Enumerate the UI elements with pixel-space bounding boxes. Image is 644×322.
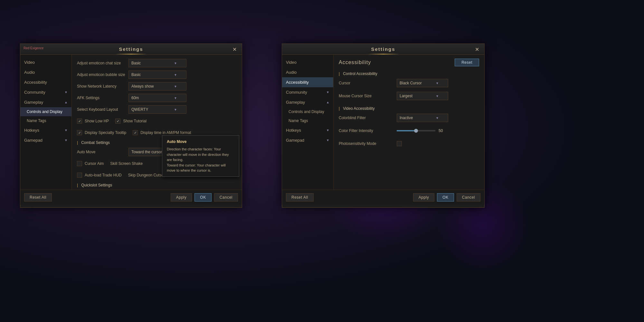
network-latency-select[interactable]: Always show ▼ (128, 82, 186, 90)
emoticon-chat-select[interactable]: Basic ▼ (128, 59, 186, 67)
mouse-cursor-size-select[interactable]: Largest ▼ (397, 92, 448, 100)
sidebar-item-accessibility[interactable]: Accessibility (20, 77, 71, 87)
dialog1-sidebar: Video Audio Accessibility Community ▼ Ga… (20, 55, 72, 190)
cursor-aim-checkbox[interactable] (77, 161, 82, 166)
setting-row-mouse-cursor-size: Mouse Cursor Size Largest ▼ (339, 91, 479, 100)
automove-label: Auto Move (77, 150, 128, 154)
network-latency-label: Show Network Latency (77, 84, 128, 89)
show-tutorial-label: Show Tutorial (123, 119, 147, 123)
show-lowhp-label: Show Low HP (85, 119, 109, 123)
dialog1-footer: Reset All Apply OK Cancel (20, 190, 242, 205)
select-arrow-icon: ▼ (174, 62, 177, 65)
dialog2-titlebar: Settings ✕ (282, 44, 484, 55)
cancel-button-2[interactable]: Cancel (457, 193, 480, 202)
setting-row-lowhp-tutorial: Show Low HP Show Tutorial (77, 117, 237, 126)
dialog1-inner: Video Audio Accessibility Community ▼ Ga… (20, 55, 242, 205)
community2-chevron-icon: ▼ (326, 90, 329, 94)
show-lowhp-checkbox[interactable] (77, 118, 82, 124)
sidebar2-item-gameplay[interactable]: Gameplay ▲ (282, 97, 333, 107)
slider-thumb[interactable] (414, 129, 418, 133)
select-arrow-icon: ▼ (436, 94, 439, 98)
keyboard-label: Select Keyboard Layout (77, 107, 128, 112)
dialog2-close-button[interactable]: ✕ (473, 45, 481, 53)
dialog1-footer-actions: Apply OK Cancel (171, 193, 238, 202)
cursor-aim-label: Cursor Aim (85, 161, 104, 166)
emoticon-bubble-label: Adjust emoticon bubble size (77, 72, 128, 77)
sidebar-item-controls[interactable]: Controls and Display (20, 107, 71, 116)
sidebar-item-gameplay[interactable]: Gameplay ▲ (20, 97, 71, 107)
color-filter-value: 50 (439, 128, 443, 133)
setting-row-afk: AFK Settings 60m ▼ (77, 93, 237, 102)
gameplay2-chevron-icon: ▲ (326, 100, 329, 104)
sidebar2-item-accessibility[interactable]: Accessibility (282, 77, 333, 87)
dialog2-sidebar: Video Audio Accessibility Community ▼ Ga… (282, 55, 334, 190)
ampm-label: Display time in AM/PM format (140, 130, 191, 135)
settings-dialog-2: Settings ✕ Video Audio Accessibility Com… (282, 43, 485, 208)
sidebar2-item-nametags[interactable]: Name Tags (282, 116, 333, 125)
gameplay-chevron-icon: ▲ (64, 100, 68, 104)
photosensitivity-label: Photosensitivity Mode (339, 141, 397, 146)
sidebar2-item-community[interactable]: Community ▼ (282, 87, 333, 97)
tooltip-text: Direction the character faces: Your char… (167, 147, 234, 173)
automove-tooltip: Auto Move Direction the character faces:… (162, 135, 239, 177)
apply-button-2[interactable]: Apply (413, 193, 435, 202)
reset-all-button-2[interactable]: Reset All (286, 193, 314, 202)
keyboard-select[interactable]: QWERTY ▼ (128, 105, 186, 114)
select-arrow-icon: ▼ (174, 73, 177, 77)
hotkeys2-chevron-icon: ▼ (326, 128, 329, 132)
dialog2-footer: Reset All Apply OK Cancel (282, 190, 484, 205)
setting-row-cursor: Cursor Black Cursor ▼ (339, 79, 479, 88)
colorblind-select[interactable]: Inactive ▼ (397, 114, 448, 122)
select-arrow-icon: ▼ (174, 96, 177, 100)
sidebar2-item-video[interactable]: Video (282, 57, 333, 67)
dialog1-titlebar: Red Exigence Settings ✕ (20, 44, 242, 55)
show-tutorial-checkbox[interactable] (115, 118, 120, 124)
sidebar-item-community[interactable]: Community ▼ (20, 87, 71, 97)
video-acc-section-header: Video Accessibility (339, 106, 479, 111)
sidebar-item-gamepad[interactable]: Gamepad ▼ (20, 135, 71, 145)
acc-header: Accessibility Reset (339, 59, 479, 66)
emoticon-chat-label: Adjust emoticon chat size (77, 61, 128, 65)
ok-button[interactable]: OK (194, 193, 211, 202)
ok-button-2[interactable]: OK (437, 193, 454, 202)
sidebar-item-hotkeys[interactable]: Hotkeys ▼ (20, 125, 71, 135)
specialty-tooltip-col: Display Specialty Tooltip (77, 130, 126, 135)
sidebar-item-audio[interactable]: Audio (20, 67, 71, 77)
reset-all-button[interactable]: Reset All (24, 193, 52, 202)
photosensitivity-checkbox[interactable] (397, 141, 402, 146)
sidebar2-item-controls[interactable]: Controls and Display (282, 107, 333, 116)
accessibility-reset-button[interactable]: Reset (455, 59, 479, 66)
cursor-aim-col: Cursor Aim (77, 161, 104, 166)
sidebar2-item-gamepad[interactable]: Gamepad ▼ (282, 135, 333, 145)
trade-hud-col: Auto-load Trade HUD (77, 173, 122, 178)
afk-label: AFK Settings (77, 96, 128, 100)
color-filter-slider[interactable] (397, 130, 435, 131)
dialog1-content-wrap: Video Audio Accessibility Community ▼ Ga… (20, 55, 242, 190)
dialog1-title: Settings (119, 46, 143, 52)
tooltip-title: Auto Move (167, 139, 234, 145)
trade-hud-checkbox[interactable] (77, 173, 82, 178)
hotkeys-chevron-icon: ▼ (64, 128, 68, 132)
quickslot-section-header: Quickslot Settings (77, 183, 237, 187)
afk-select[interactable]: 60m ▼ (128, 94, 186, 102)
setting-row-color-filter: Color Filter Intensity 50 (339, 126, 479, 135)
acc-page-title: Accessibility (339, 60, 371, 65)
sidebar2-item-hotkeys[interactable]: Hotkeys ▼ (282, 125, 333, 135)
cursor-select[interactable]: Black Cursor ▼ (397, 79, 448, 87)
apply-button[interactable]: Apply (171, 193, 192, 202)
cursor-label: Cursor (339, 81, 397, 85)
setting-row-keyboard: Select Keyboard Layout QWERTY ▼ (77, 105, 237, 114)
cancel-button[interactable]: Cancel (214, 193, 238, 202)
title-decoration (115, 54, 147, 54)
dialog1-close-button[interactable]: ✕ (231, 45, 239, 53)
emoticon-bubble-select[interactable]: Basic ▼ (128, 71, 186, 79)
specialty-tooltip-checkbox[interactable] (77, 130, 82, 135)
show-lowhp-col: Show Low HP (77, 118, 109, 124)
dialog2-inner: Video Audio Accessibility Community ▼ Ga… (282, 55, 484, 205)
ampm-checkbox[interactable] (133, 130, 138, 135)
dialog1-content: Adjust emoticon chat size Basic ▼ Adjust… (72, 55, 242, 190)
sidebar-item-nametags[interactable]: Name Tags (20, 116, 71, 125)
sidebar2-item-audio[interactable]: Audio (282, 67, 333, 77)
dialog2-footer-actions: Apply OK Cancel (413, 193, 480, 202)
sidebar-item-video[interactable]: Video (20, 57, 71, 67)
